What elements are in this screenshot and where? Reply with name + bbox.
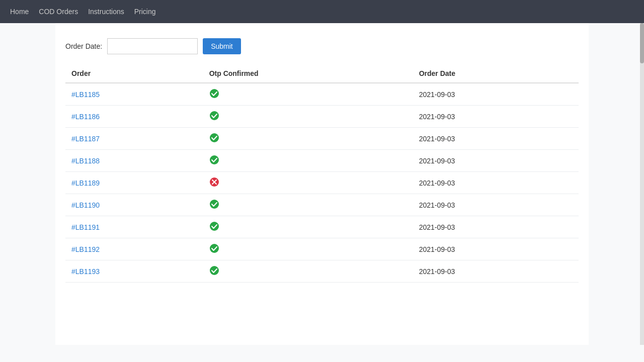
order-cell: #LB1187 — [65, 128, 203, 150]
otp-confirmed-cell — [203, 128, 413, 150]
order-date-cell: 2021-09-03 — [413, 83, 579, 106]
order-cell: #LB1188 — [65, 150, 203, 172]
scrollbar[interactable] — [640, 23, 644, 345]
main-content: Order Date: Submit Order Otp Confirmed O… — [55, 23, 589, 345]
confirmed-icon — [209, 243, 219, 253]
table-row: #LB11862021-09-03 — [65, 106, 579, 128]
otp-confirmed-cell — [203, 216, 413, 238]
table-row: #LB11902021-09-03 — [65, 194, 579, 216]
svg-point-10 — [210, 266, 219, 275]
svg-point-7 — [210, 200, 219, 209]
order-date-cell: 2021-09-03 — [413, 128, 579, 150]
order-cell: #LB1186 — [65, 106, 203, 128]
svg-point-1 — [210, 111, 219, 120]
nav-instructions[interactable]: Instructions — [88, 8, 124, 16]
svg-point-0 — [210, 89, 219, 98]
confirmed-icon — [209, 221, 219, 231]
confirmed-icon — [209, 155, 219, 165]
scrollbar-thumb[interactable] — [640, 23, 644, 63]
nav-pricing[interactable]: Pricing — [134, 8, 156, 16]
filter-row: Order Date: Submit — [65, 38, 579, 54]
otp-confirmed-cell — [203, 238, 413, 260]
order-cell: #LB1190 — [65, 194, 203, 216]
order-link[interactable]: #LB1192 — [71, 245, 100, 253]
otp-confirmed-cell — [203, 172, 413, 194]
table-header-row: Order Otp Confirmed Order Date — [65, 64, 579, 83]
order-date-cell: 2021-09-03 — [413, 106, 579, 128]
table-row: #LB11872021-09-03 — [65, 128, 579, 150]
order-date-cell: 2021-09-03 — [413, 238, 579, 260]
otp-confirmed-cell — [203, 83, 413, 106]
order-link[interactable]: #LB1186 — [71, 113, 100, 121]
order-cell: #LB1189 — [65, 172, 203, 194]
confirmed-icon — [209, 265, 219, 276]
confirmed-icon — [209, 133, 219, 143]
nav-cod-orders[interactable]: COD Orders — [39, 8, 78, 16]
order-date-cell: 2021-09-03 — [413, 260, 579, 283]
orders-table: Order Otp Confirmed Order Date #LB118520… — [65, 64, 579, 283]
order-link[interactable]: #LB1189 — [71, 179, 100, 187]
order-cell: #LB1192 — [65, 238, 203, 260]
svg-point-2 — [210, 133, 219, 142]
otp-confirmed-cell — [203, 106, 413, 128]
order-date-input[interactable] — [107, 38, 198, 54]
order-date-cell: 2021-09-03 — [413, 150, 579, 172]
svg-point-9 — [210, 244, 219, 253]
table-row: #LB11932021-09-03 — [65, 260, 579, 283]
order-date-cell: 2021-09-03 — [413, 216, 579, 238]
navbar: Home COD Orders Instructions Pricing — [0, 0, 644, 23]
order-cell: #LB1191 — [65, 216, 203, 238]
otp-confirmed-cell — [203, 150, 413, 172]
order-link[interactable]: #LB1187 — [71, 135, 100, 143]
order-date-label: Order Date: — [65, 42, 102, 50]
order-link[interactable]: #LB1188 — [71, 157, 100, 165]
svg-point-3 — [210, 155, 219, 164]
order-link[interactable]: #LB1191 — [71, 223, 100, 231]
otp-confirmed-cell — [203, 194, 413, 216]
col-otp-confirmed: Otp Confirmed — [203, 64, 413, 83]
confirmed-icon — [209, 88, 219, 99]
denied-icon — [209, 177, 219, 187]
table-row: #LB11922021-09-03 — [65, 238, 579, 260]
table-row: #LB11912021-09-03 — [65, 216, 579, 238]
order-link[interactable]: #LB1185 — [71, 90, 100, 99]
submit-button[interactable]: Submit — [203, 38, 241, 54]
order-link[interactable]: #LB1190 — [71, 201, 100, 209]
order-date-cell: 2021-09-03 — [413, 172, 579, 194]
order-cell: #LB1185 — [65, 83, 203, 106]
confirmed-icon — [209, 111, 219, 121]
table-row: #LB11882021-09-03 — [65, 150, 579, 172]
order-cell: #LB1193 — [65, 260, 203, 283]
nav-home[interactable]: Home — [10, 8, 29, 16]
svg-point-8 — [210, 222, 219, 231]
otp-confirmed-cell — [203, 260, 413, 283]
order-link[interactable]: #LB1193 — [71, 267, 100, 276]
table-row: #LB11892021-09-03 — [65, 172, 579, 194]
confirmed-icon — [209, 199, 219, 209]
col-order: Order — [65, 64, 203, 83]
table-row: #LB11852021-09-03 — [65, 83, 579, 106]
order-date-cell: 2021-09-03 — [413, 194, 579, 216]
col-order-date: Order Date — [413, 64, 579, 83]
